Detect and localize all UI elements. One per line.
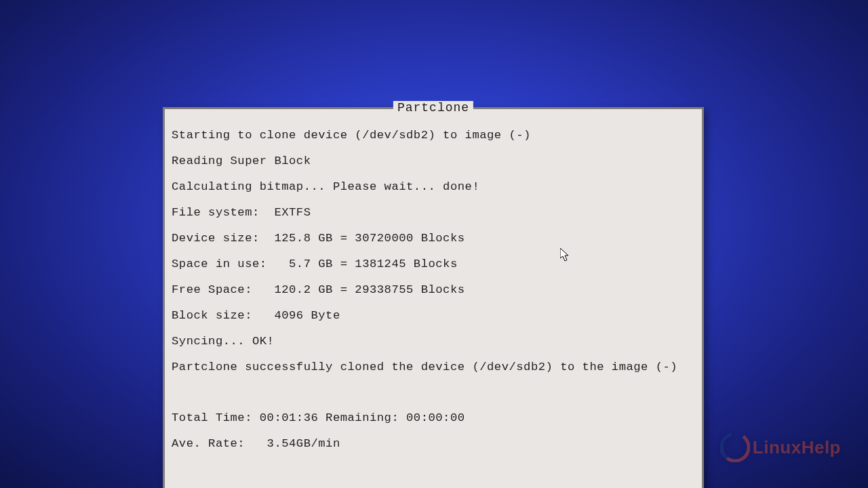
log-line: Calculating bitmap... Please wait... don… — [172, 180, 695, 193]
log-line: Block size: 4096 Byte — [172, 309, 695, 322]
watermark-text: LinuxHelp — [753, 437, 841, 458]
partclone-dialog: Partclone Starting to clone device (/dev… — [163, 107, 704, 488]
log-line: Partclone successfully cloned the device… — [172, 361, 695, 373]
watermark: LinuxHelp — [720, 432, 841, 462]
log-line: Space in use: 5.7 GB = 1381245 Blocks — [172, 258, 695, 270]
dialog-title: Partclone — [393, 101, 473, 115]
log-line: Free Space: 120.2 GB = 29338755 Blocks — [172, 283, 695, 296]
log-line: File system: EXTFS — [172, 206, 695, 219]
log-line: Total Time: 00:01:36 Remaining: 00:00:00 — [172, 411, 695, 424]
dialog-body: Starting to clone device (/dev/sdb2) to … — [165, 109, 702, 488]
log-line: Ave. Rate: 3.54GB/min — [172, 437, 695, 450]
log-line: Starting to clone device (/dev/sdb2) to … — [172, 129, 695, 142]
linuxhelp-logo-icon — [720, 432, 750, 462]
log-line: Syncing... OK! — [172, 335, 695, 348]
log-line: Device size: 125.8 GB = 30720000 Blocks — [172, 232, 695, 245]
log-line: Reading Super Block — [172, 155, 695, 167]
